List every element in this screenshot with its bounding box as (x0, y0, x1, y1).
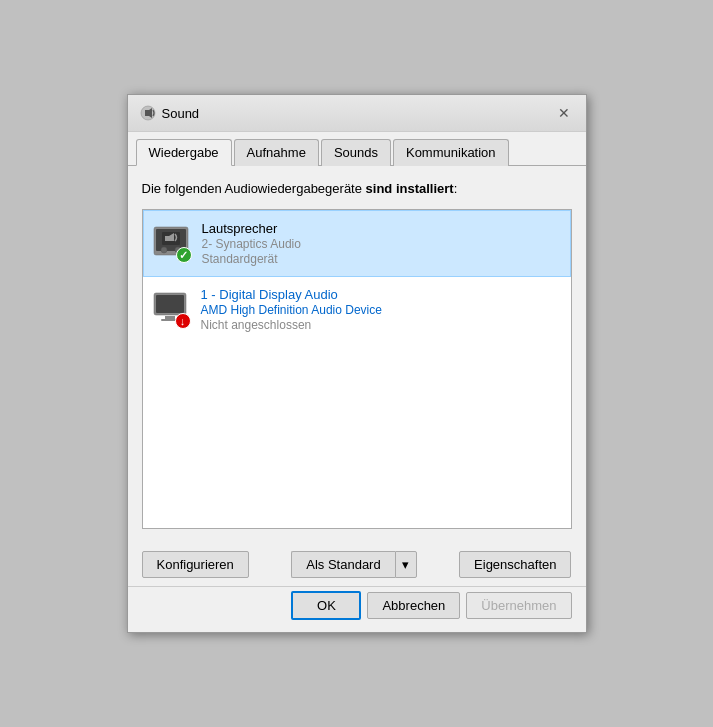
bottom-buttons-row2: OK Abbrechen Übernehmen (128, 586, 586, 632)
description-text: Die folgenden Audiowiedergabegeräte sind… (142, 180, 572, 198)
als-standard-button[interactable]: Als Standard (291, 551, 394, 578)
status-badge-red: ↓ (175, 313, 191, 329)
svg-point-4 (161, 247, 167, 253)
title-bar-left: Sound (140, 105, 200, 121)
sound-title-icon (140, 105, 156, 121)
close-button[interactable]: ✕ (554, 103, 574, 123)
cancel-button[interactable]: Abbrechen (367, 592, 460, 619)
device-name-lautsprecher: Lautsprecher (202, 221, 301, 236)
dialog-title: Sound (162, 106, 200, 121)
als-standard-dropdown[interactable]: ▾ (395, 551, 417, 578)
ok-button[interactable]: OK (291, 591, 361, 620)
tab-wiedergabe[interactable]: Wiedergabe (136, 139, 232, 166)
dialog-body: Wiedergabe Aufnahme Sounds Kommunikation… (128, 132, 586, 631)
device-list[interactable]: ✓ Lautsprecher 2- Synaptics Audio Standa… (142, 209, 572, 529)
svg-rect-10 (165, 316, 175, 319)
title-bar: Sound ✕ (128, 95, 586, 132)
configure-button[interactable]: Konfigurieren (142, 551, 249, 578)
tab-kommunikation[interactable]: Kommunikation (393, 139, 509, 166)
tab-aufnahme[interactable]: Aufnahme (234, 139, 319, 166)
device-name-digital: 1 - Digital Display Audio (201, 287, 382, 302)
content-area: Die folgenden Audiowiedergabegeräte sind… (128, 166, 586, 542)
device-item-digital-display[interactable]: ↓ 1 - Digital Display Audio AMD High Def… (143, 277, 571, 343)
device-info-digital: 1 - Digital Display Audio AMD High Defin… (201, 287, 382, 332)
description-start: Die folgenden Audiowiedergabegeräte (142, 181, 366, 196)
description-bold: sind installiert (366, 181, 454, 196)
device-driver-lautsprecher: 2- Synaptics Audio (202, 237, 301, 251)
properties-button[interactable]: Eigenschaften (459, 551, 571, 578)
apply-button[interactable]: Übernehmen (466, 592, 571, 619)
device-item-lautsprecher[interactable]: ✓ Lautsprecher 2- Synaptics Audio Standa… (143, 210, 571, 277)
svg-rect-9 (156, 295, 184, 313)
bottom-buttons-row1: Konfigurieren Als Standard ▾ Eigenschaft… (128, 543, 586, 582)
device-status-lautsprecher: Standardgerät (202, 252, 301, 266)
device-status-digital: Nicht angeschlossen (201, 318, 382, 332)
tab-bar: Wiedergabe Aufnahme Sounds Kommunikation (128, 132, 586, 166)
als-standard-group: Als Standard ▾ (291, 551, 416, 578)
status-badge-green: ✓ (176, 247, 192, 263)
sound-dialog: Sound ✕ Wiedergabe Aufnahme Sounds Kommu… (127, 94, 587, 632)
tab-sounds[interactable]: Sounds (321, 139, 391, 166)
device-icon-wrapper-digital: ↓ (151, 289, 191, 329)
device-driver-digital: AMD High Definition Audio Device (201, 303, 382, 317)
description-end: : (454, 181, 458, 196)
device-icon-wrapper-lautsprecher: ✓ (152, 223, 192, 263)
device-info-lautsprecher: Lautsprecher 2- Synaptics Audio Standard… (202, 221, 301, 266)
